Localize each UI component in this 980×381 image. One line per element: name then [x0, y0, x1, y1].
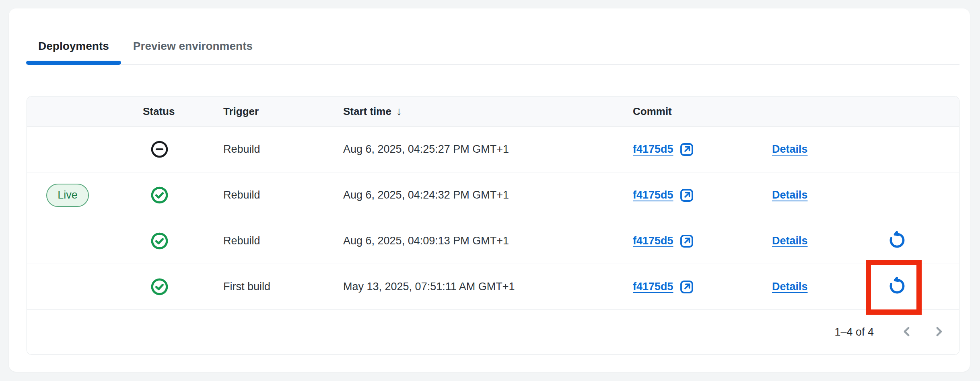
retry-button[interactable] — [885, 229, 909, 253]
header-trigger: Trigger — [218, 105, 338, 118]
success-icon — [150, 277, 218, 296]
commit-link[interactable]: f4175d5 — [633, 189, 673, 201]
deployments-card: Deployments Preview environments Status … — [9, 8, 970, 372]
active-tab-underline — [26, 61, 121, 65]
start-time-cell: Aug 6, 2025, 04:09:13 PM GMT+1 — [338, 235, 627, 247]
pagination-next-button[interactable] — [929, 323, 949, 342]
external-link-icon — [679, 279, 695, 295]
header-status: Status — [137, 105, 218, 118]
table-footer: 1–4 of 4 — [27, 309, 959, 354]
start-time-cell: Aug 6, 2025, 04:24:32 PM GMT+1 — [338, 189, 627, 201]
success-icon — [150, 231, 218, 250]
table-row: Live Rebuild Aug 6, 2025, 04:24:32 PM GM… — [27, 172, 959, 218]
details-link[interactable]: Details — [772, 235, 808, 247]
header-start-time[interactable]: Start time ↓ — [338, 105, 627, 118]
retry-counterclockwise-icon — [887, 276, 908, 298]
header-start-time-label: Start time — [343, 105, 391, 118]
header-commit: Commit — [627, 105, 766, 118]
page: { "tabs": [ { "label": "Deployments", "a… — [0, 0, 980, 381]
pagination-prev-button[interactable] — [897, 323, 916, 342]
tab-preview-environments-label: Preview environments — [133, 40, 253, 52]
retry-counterclockwise-icon — [887, 230, 908, 252]
pagination-range: 1–4 of 4 — [834, 326, 874, 338]
trigger-cell: Rebuild — [218, 143, 338, 156]
tab-deployments[interactable]: Deployments — [26, 36, 121, 64]
stopped-icon — [150, 140, 218, 159]
details-link[interactable]: Details — [772, 189, 808, 201]
commit-link[interactable]: f4175d5 — [633, 143, 673, 156]
external-link-icon — [679, 187, 695, 203]
tab-bar: Deployments Preview environments — [26, 36, 959, 65]
external-link-icon — [679, 233, 695, 249]
start-time-cell: Aug 6, 2025, 04:25:27 PM GMT+1 — [338, 143, 627, 156]
live-badge: Live — [46, 184, 89, 207]
retry-button[interactable] — [885, 275, 909, 299]
arrow-down-icon: ↓ — [396, 105, 402, 118]
trigger-cell: Rebuild — [218, 189, 338, 201]
external-link-icon — [679, 141, 695, 158]
tab-preview-environments[interactable]: Preview environments — [121, 36, 265, 64]
chevron-right-icon — [931, 324, 947, 341]
success-icon — [150, 186, 218, 205]
details-link[interactable]: Details — [772, 143, 808, 155]
commit-link[interactable]: f4175d5 — [633, 281, 673, 293]
trigger-cell: First build — [218, 281, 338, 293]
details-link[interactable]: Details — [772, 281, 808, 293]
chevron-left-icon — [899, 324, 915, 341]
table-header-row: Status Trigger Start time ↓ Commit — [27, 96, 959, 126]
start-time-cell: May 13, 2025, 07:51:11 AM GMT+1 — [338, 281, 627, 293]
tab-deployments-label: Deployments — [38, 40, 109, 52]
deployments-table: Status Trigger Start time ↓ Commit — [27, 96, 959, 355]
table-row: Rebuild Aug 6, 2025, 04:25:27 PM GMT+1 f… — [27, 126, 959, 172]
commit-link[interactable]: f4175d5 — [633, 235, 673, 247]
trigger-cell: Rebuild — [218, 235, 338, 247]
table-row: Rebuild Aug 6, 2025, 04:09:13 PM GMT+1 f… — [27, 218, 959, 264]
table-row: First build May 13, 2025, 07:51:11 AM GM… — [27, 264, 959, 309]
